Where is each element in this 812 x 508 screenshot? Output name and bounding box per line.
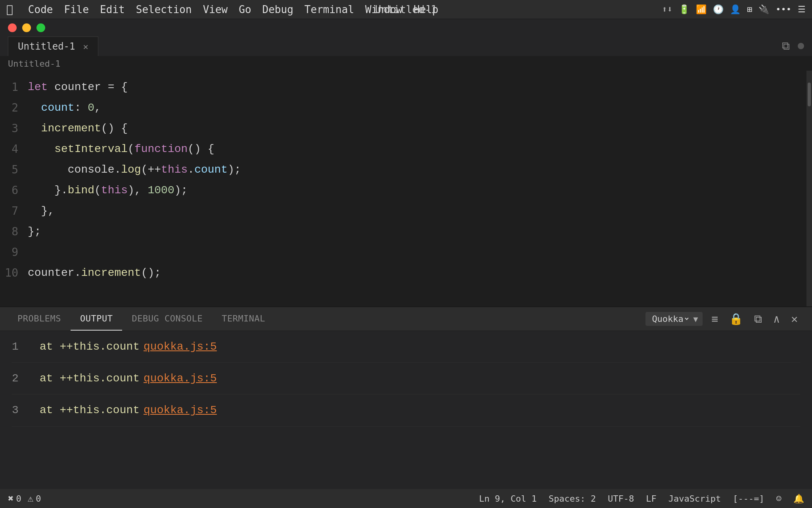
line-num-3: 3: [0, 118, 18, 139]
panel: PROBLEMS OUTPUT DEBUG CONSOLE TERMINAL Q…: [0, 306, 812, 489]
code-line-7: },: [28, 201, 806, 221]
output-line-num-1: 1: [12, 339, 32, 354]
menu-go[interactable]: Go: [233, 2, 257, 17]
code-line-2: count: 0,: [28, 98, 806, 118]
dot-icon: [798, 43, 804, 49]
battery-icon: 🔋: [679, 4, 689, 14]
output-text-3: at ++this.count: [40, 402, 140, 418]
line-num-4: 4: [0, 139, 18, 160]
indent-indicator[interactable]: [---=]: [733, 494, 764, 504]
line-numbers: 1 2 3 4 5 6 7 8 9 10: [0, 71, 28, 306]
lock-icon[interactable]: 🔒: [727, 311, 745, 327]
wifi-icon: 📶: [696, 4, 707, 14]
scrollbar-thumb[interactable]: [808, 83, 811, 106]
menu-code[interactable]: Code: [23, 2, 59, 17]
output-link-3[interactable]: quokka.js:5: [144, 402, 217, 418]
expand-icon[interactable]: ∧: [771, 311, 782, 327]
spaces-info[interactable]: Spaces: 2: [549, 494, 596, 504]
menu-selection[interactable]: Selection: [130, 2, 197, 17]
split-editor-icon[interactable]: ⧉: [782, 39, 790, 53]
code-line-1: let counter = {: [28, 77, 806, 98]
warning-num: 0: [36, 494, 41, 504]
output-line-2: 2 at ++this.count quokka.js:5: [12, 363, 800, 394]
editor-scrollbar[interactable]: [806, 71, 812, 306]
tab-close-icon[interactable]: ✕: [83, 42, 88, 52]
code-line-3: increment() {: [28, 118, 806, 139]
panel-controls: Quokka ▼ ≡ 🔒 ⧉ ∧ ✕: [645, 311, 800, 327]
warning-icon: ⚠: [28, 493, 33, 504]
menu-terminal[interactable]: Terminal: [299, 2, 360, 17]
chevron-down-icon: ▼: [693, 314, 698, 324]
tab-terminal[interactable]: TERMINAL: [212, 307, 275, 331]
network-icon: ⬆⬇: [662, 4, 673, 14]
clear-output-icon[interactable]: ≡: [709, 311, 720, 327]
code-editor[interactable]: let counter = { count: 0, increment() { …: [28, 71, 806, 306]
output-source-selector[interactable]: Quokka ▼: [645, 312, 703, 326]
output-line-3: 3 at ++this.count quokka.js:5: [12, 394, 800, 426]
panel-tabs: PROBLEMS OUTPUT DEBUG CONSOLE TERMINAL Q…: [0, 307, 812, 331]
code-line-5: console.log(++this.count);: [28, 160, 806, 180]
line-num-7: 7: [0, 201, 18, 221]
close-panel-icon[interactable]: ✕: [789, 311, 800, 327]
code-line-10: counter.increment();: [28, 263, 806, 283]
menu-view[interactable]: View: [197, 2, 234, 17]
line-num-2: 2: [0, 98, 18, 118]
line-num-5: 5: [0, 160, 18, 180]
window-title: Untitled-1: [375, 4, 437, 15]
encoding-info[interactable]: UTF-8: [608, 494, 634, 504]
line-num-10: 10: [0, 263, 18, 283]
output-link-2[interactable]: quokka.js:5: [144, 371, 217, 386]
code-line-6: }.bind(this), 1000);: [28, 180, 806, 201]
extension-icon: 🔌: [758, 4, 769, 14]
smiley-icon[interactable]: ☺: [776, 494, 781, 504]
tab-output[interactable]: OUTPUT: [71, 307, 122, 331]
eol-info[interactable]: LF: [646, 494, 657, 504]
editor: Untitled-1 1 2 3 4 5 6 7 8 9 10 let coun…: [0, 56, 812, 306]
output-source-select[interactable]: Quokka: [650, 314, 690, 324]
traffic-lights: [0, 19, 812, 37]
list-icon: ☰: [798, 4, 806, 14]
status-right: Ln 9, Col 1 Spaces: 2 UTF-8 LF JavaScrip…: [479, 494, 804, 504]
error-count[interactable]: ✖ 0: [8, 493, 21, 504]
panel-content[interactable]: 1 at ++this.count quokka.js:5 2 at ++thi…: [0, 331, 812, 489]
apple-menu[interactable]: : [6, 3, 13, 16]
tab-debug-console[interactable]: DEBUG CONSOLE: [122, 307, 212, 331]
file-label: Untitled-1: [8, 59, 60, 69]
dots-icon: •••: [776, 4, 791, 14]
line-num-6: 6: [0, 180, 18, 201]
output-text-1: at ++this.count: [40, 339, 140, 354]
warning-count[interactable]: ⚠ 0: [28, 493, 41, 504]
copy-icon[interactable]: ⧉: [752, 311, 764, 327]
output-line-num-3: 3: [12, 402, 32, 418]
control-center-icon: ⊞: [747, 4, 752, 14]
output-link-1[interactable]: quokka.js:5: [144, 339, 217, 354]
error-num: 0: [16, 494, 21, 504]
line-num-9: 9: [0, 242, 18, 263]
close-button[interactable]: [8, 23, 17, 32]
output-text-2: at ++this.count: [40, 371, 140, 386]
output-line-num-2: 2: [12, 371, 32, 386]
error-icon: ✖: [8, 493, 13, 504]
tab-label: Untitled-1: [18, 41, 75, 52]
user-icon: 👤: [730, 4, 741, 14]
tab-problems[interactable]: PROBLEMS: [8, 307, 71, 331]
menu-edit[interactable]: Edit: [94, 2, 130, 17]
line-num-1: 1: [0, 77, 18, 98]
menu-file[interactable]: File: [58, 2, 94, 17]
menu-debug[interactable]: Debug: [257, 2, 299, 17]
code-line-4: setInterval(function() {: [28, 139, 806, 160]
clock-icon: 🕐: [713, 4, 724, 14]
language-info[interactable]: JavaScript: [668, 494, 721, 504]
status-bar: ✖ 0 ⚠ 0 Ln 9, Col 1 Spaces: 2 UTF-8 LF J…: [0, 489, 812, 508]
bell-icon[interactable]: 🔔: [793, 494, 804, 504]
menu-bar:  Code File Edit Selection View Go Debug…: [0, 0, 812, 19]
status-left: ✖ 0 ⚠ 0: [8, 493, 41, 504]
cursor-position[interactable]: Ln 9, Col 1: [479, 494, 537, 504]
output-line-1: 1 at ++this.count quokka.js:5: [12, 331, 800, 363]
editor-tab[interactable]: Untitled-1 ✕: [8, 37, 98, 56]
code-line-8: };: [28, 221, 806, 242]
minimize-button[interactable]: [22, 23, 31, 32]
line-num-8: 8: [0, 221, 18, 242]
maximize-button[interactable]: [36, 23, 45, 32]
code-line-9: [28, 242, 806, 263]
